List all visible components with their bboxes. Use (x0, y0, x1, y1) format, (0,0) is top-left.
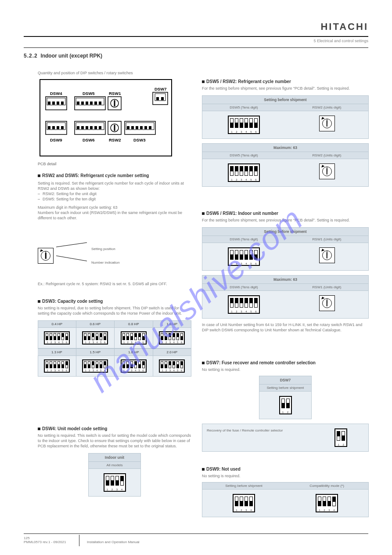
dip-switch: 123456 (228, 247, 260, 266)
dsw5-rsw2-block: DSW5 / RSW2: Refrigerant cycle number Fo… (202, 79, 369, 187)
svg-rect-36 (99, 126, 101, 129)
page: HITACHI 5 Electrical and control setting… (0, 0, 392, 555)
dip-switch: 123456 (82, 359, 108, 373)
svg-rect-6 (57, 102, 59, 105)
dip-switch: 1234 (233, 494, 255, 512)
dip-switch: 1234 (316, 494, 338, 512)
footer-right: Installation and Operation Manual (87, 540, 368, 544)
rotary-switch-icon (319, 295, 335, 311)
svg-rect-39 (114, 125, 115, 131)
svg-rect-15 (99, 102, 101, 105)
square-bullet-icon (202, 362, 205, 364)
svg-rect-27 (57, 126, 59, 129)
svg-rect-34 (90, 126, 93, 129)
rsw-intro: RSW2 and DSW5: Refrigerant cycle number … (38, 173, 191, 221)
svg-rect-32 (81, 126, 84, 129)
square-bullet-icon (202, 80, 205, 83)
rotary-switch-icon (319, 163, 335, 179)
svg-text:DSW6: DSW6 (83, 138, 94, 142)
svg-line-57 (56, 256, 87, 261)
svg-rect-42 (127, 126, 129, 129)
svg-rect-45 (140, 126, 143, 129)
dip-switch: 123456 (228, 295, 260, 314)
section-heading: 5.2.2 Indoor unit (except RPK) (24, 53, 102, 59)
svg-rect-47 (149, 126, 151, 129)
svg-rect-11 (81, 102, 84, 105)
svg-text:DSW3: DSW3 (133, 138, 145, 142)
rotary-switch-icon (319, 116, 335, 131)
square-bullet-icon (202, 468, 205, 471)
svg-rect-44 (136, 126, 138, 129)
svg-rect-7 (61, 102, 64, 105)
svg-rect-26 (52, 126, 55, 129)
svg-line-56 (56, 243, 87, 247)
svg-text:DSW5: DSW5 (83, 91, 95, 96)
dip-switch: 123456 (159, 331, 185, 345)
dip-switch: 123456 (228, 116, 260, 134)
dip-switch: 123456 (121, 359, 147, 373)
square-bullet-icon (38, 174, 40, 177)
svg-rect-5 (52, 102, 55, 105)
svg-rect-18 (114, 100, 115, 106)
dip-switch: 123456 (159, 359, 185, 373)
dsw3-block: DSW3: Capacity code setting No setting i… (38, 299, 191, 377)
dip-switch: 123456 (44, 331, 70, 345)
dip-switch: 12 (334, 428, 347, 447)
intro: Quantity and position of DIP switches / … (38, 70, 367, 76)
svg-rect-46 (144, 126, 147, 129)
footer-sep (79, 535, 79, 546)
dsw7-block: DSW7: Fuse recover and remote controller… (202, 360, 369, 452)
svg-rect-43 (131, 126, 134, 129)
footer-rule (24, 533, 368, 534)
square-bullet-icon (38, 428, 40, 430)
dip-switch: 12 (279, 396, 292, 414)
svg-rect-22 (161, 97, 164, 100)
svg-rect-28 (61, 126, 64, 129)
rsw-callout-2: Number indication (91, 261, 119, 265)
svg-text:DSW7: DSW7 (155, 87, 166, 91)
svg-rect-21 (156, 97, 159, 100)
dip-switch: 123456 (228, 163, 260, 182)
section-title: Indoor unit (except RPK) (40, 53, 102, 59)
pcb-caption: PCB detail (38, 162, 57, 166)
dip-switch: 1234 (104, 473, 126, 492)
dip-switch: 123456 (82, 331, 108, 345)
section-breadcrumb: 5 Electrical and control settings (24, 39, 368, 43)
brand-logo: HITACHI (320, 21, 368, 33)
dsw6-rsw1-block: DSW6 / RSW1: Indoor unit number For the … (202, 211, 369, 333)
rsw-zoom: Setting position Number indication (38, 243, 191, 269)
svg-text:RSW2: RSW2 (109, 138, 121, 142)
footer-left: 125PMML0573 rev.1 - 09/2021 (24, 536, 72, 544)
square-bullet-icon (38, 300, 40, 303)
svg-rect-14 (94, 102, 97, 105)
dsw9-block: DSW9: Not used No setting is required. S… (202, 467, 369, 517)
rsw-example: Ex.: Refrigerant cycle nr. 5 system: RSW… (38, 281, 191, 287)
pcb-diagram: DSW4 DSW5 RSW1 DSW7 DSW9 DSW6 RSW2 DSW3 (40, 79, 176, 158)
svg-text:RSW1: RSW1 (109, 91, 121, 96)
svg-rect-13 (90, 102, 93, 105)
svg-text:DSW9: DSW9 (50, 138, 62, 142)
rotary-switch-icon (319, 247, 335, 263)
svg-rect-31 (77, 126, 79, 129)
square-bullet-icon (202, 212, 205, 215)
svg-rect-4 (48, 102, 50, 105)
svg-text:DSW4: DSW4 (50, 91, 62, 96)
header-rule-2 (24, 47, 368, 48)
dip-switch: 123456 (44, 359, 70, 373)
svg-rect-25 (48, 126, 50, 129)
rsw-callout-1: Setting position (91, 247, 119, 251)
svg-rect-12 (86, 102, 88, 105)
dip-switch: 123456 (121, 331, 147, 345)
rotary-switch-icon (38, 248, 54, 264)
svg-rect-35 (94, 126, 97, 129)
section-number: 5.2.2 (24, 53, 38, 59)
header-rule-1 (24, 36, 368, 37)
svg-rect-10 (77, 102, 79, 105)
dsw4-block: DSW4: Unit model code setting No setting… (38, 426, 191, 497)
svg-rect-33 (86, 126, 88, 129)
